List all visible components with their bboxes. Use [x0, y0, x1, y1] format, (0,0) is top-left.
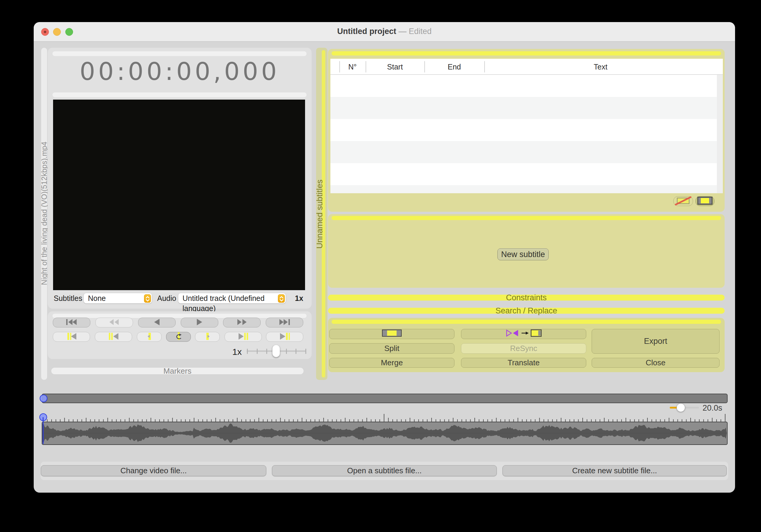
speed-tick	[266, 349, 267, 354]
transport-skip-to-start-button[interactable]	[53, 318, 90, 327]
resync-preview-button[interactable]	[461, 329, 586, 339]
table-scrollbar-track[interactable]	[717, 59, 723, 193]
speed-tick	[296, 349, 296, 354]
timecode-display: 00:00:00,000	[48, 57, 312, 86]
subtitle-visible-toggle[interactable]	[695, 196, 715, 206]
timeline-scrollbar[interactable]	[42, 394, 728, 403]
zoom-slider-thumb[interactable]	[676, 403, 685, 412]
subtitles-file-label: Unnamed subtitles	[315, 125, 324, 304]
transport-seek-next-subtitle-start-button[interactable]	[224, 332, 262, 342]
audio-label: Audio :	[157, 293, 180, 304]
column-header-end[interactable]: End	[424, 59, 484, 75]
split-subtitle-icon	[382, 329, 402, 339]
transport-loop-subtitle-button[interactable]	[166, 332, 191, 342]
play-backward-icon	[153, 318, 161, 327]
subtitle-visible-icon	[697, 196, 713, 207]
loop-subtitle-icon	[174, 332, 183, 342]
subtitles-select-value: None	[88, 294, 106, 302]
window-title: Untitled project — Edited	[34, 27, 735, 36]
zoom-value-label: 20.0s	[703, 403, 722, 413]
merge-button[interactable]: Merge	[329, 358, 454, 368]
subtitles-label: Subtitles :	[54, 293, 87, 304]
seek-next-subtitle-start-icon	[237, 332, 250, 342]
play-forward-icon	[196, 318, 204, 327]
split-button[interactable]: Split	[329, 343, 454, 354]
seek-prev-subtitle-start-icon	[107, 332, 120, 342]
skip-to-start-icon	[65, 318, 78, 327]
rewind-icon	[108, 318, 120, 327]
subtitle-hidden-toggle[interactable]	[673, 196, 693, 206]
audio-select-value: Untitled track (Undefined language)	[183, 294, 264, 313]
app-window: Untitled project — Edited Night of the l…	[34, 22, 735, 493]
nudge-forward-icon	[204, 332, 211, 342]
title-separator: —	[398, 27, 409, 36]
subtitle-table[interactable]: N°StartEndText	[330, 59, 723, 193]
transport-seek-prev-subtitle-start-button[interactable]	[95, 332, 132, 342]
playback-rate-badge: 1x	[295, 293, 303, 304]
stepper-icon[interactable]	[278, 294, 285, 303]
transport-rewind-button[interactable]	[95, 318, 133, 327]
new-subtitle-button[interactable]: New subtitle	[498, 248, 549, 260]
transport-fast-forward-button[interactable]	[223, 318, 261, 327]
transport-nudge-back-button[interactable]	[137, 332, 162, 342]
waveform-graph	[42, 422, 727, 444]
transport-seek-prev-subtitle-button[interactable]	[53, 332, 90, 342]
subtitles-select[interactable]: None	[84, 293, 152, 304]
table-row[interactable]	[330, 185, 723, 193]
change-video-file-button[interactable]: Change video file...	[41, 465, 266, 476]
transport-play-backward-button[interactable]	[138, 318, 176, 327]
split-preview-button[interactable]	[329, 329, 454, 339]
nudge-back-icon	[146, 332, 153, 342]
titlebar: Untitled project — Edited	[34, 22, 735, 42]
export-button[interactable]: Export	[592, 329, 720, 354]
video-section-handle[interactable]	[52, 92, 307, 97]
column-header-n[interactable]: N°	[339, 59, 366, 75]
project-title: Untitled project	[337, 27, 396, 36]
playhead-line	[43, 417, 43, 444]
video-panel-handle[interactable]	[52, 51, 307, 56]
edited-status: Edited	[409, 27, 432, 36]
speed-tick	[247, 349, 248, 354]
search-replace-label: Search / Replace	[328, 306, 725, 316]
close-button[interactable]: Close	[592, 358, 720, 368]
audio-select[interactable]: Untitled track (Undefined language)	[178, 293, 286, 304]
transport-play-forward-button[interactable]	[181, 318, 218, 327]
speed-tick	[305, 349, 306, 354]
fast-forward-icon	[236, 318, 248, 327]
speed-tick	[257, 349, 258, 354]
transport-nudge-forward-button[interactable]	[195, 332, 220, 342]
table-row[interactable]	[330, 119, 723, 141]
waveform-panel[interactable]	[42, 422, 728, 445]
resync-button[interactable]: ReSync	[461, 343, 586, 354]
speed-slider-thumb[interactable]	[272, 345, 280, 357]
table-row[interactable]	[330, 163, 723, 185]
table-row[interactable]	[330, 141, 723, 163]
constraints-label: Constraints	[328, 293, 725, 302]
transport-skip-to-end-button[interactable]	[266, 318, 303, 327]
stepper-icon[interactable]	[144, 294, 151, 303]
table-row[interactable]	[330, 75, 723, 97]
timeline-range-handle[interactable]	[40, 394, 47, 402]
transport-seek-next-subtitle-button[interactable]	[266, 332, 303, 342]
skip-to-end-icon	[278, 318, 291, 327]
create-subtitle-file-button[interactable]: Create new subtitle file...	[502, 465, 727, 476]
subtitle-table-handle[interactable]	[331, 51, 721, 55]
subtitle-editor-handle[interactable]	[331, 216, 721, 220]
translate-button[interactable]: Translate	[461, 358, 586, 368]
table-row[interactable]	[330, 97, 723, 119]
speed-tick	[286, 349, 287, 354]
column-header-start[interactable]: Start	[366, 59, 424, 75]
video-filename-label: Night of the living dead (VO)(512kbps).m…	[40, 124, 49, 303]
resync-subtitle-icon	[505, 329, 543, 339]
video-preview[interactable]	[53, 99, 305, 290]
subtitle-hidden-icon	[674, 196, 692, 207]
column-header-text[interactable]: Text	[484, 59, 717, 75]
open-subtitles-file-button[interactable]: Open a subtitles file...	[272, 465, 497, 476]
seek-next-subtitle-icon	[278, 332, 291, 342]
timeline-ruler[interactable]	[42, 413, 728, 422]
subtitle-actions-handle[interactable]	[331, 320, 721, 324]
speed-label: 1x	[232, 347, 242, 357]
transport-panel-handle[interactable]	[52, 314, 307, 318]
seek-prev-subtitle-icon	[65, 332, 78, 342]
markers-label: Markers	[51, 367, 304, 376]
